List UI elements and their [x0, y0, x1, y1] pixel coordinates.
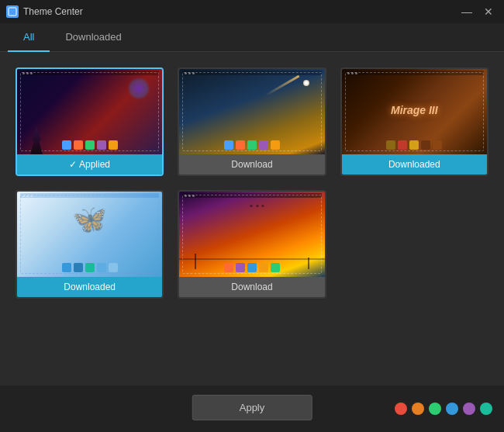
tab-bar: All Downloaded [0, 23, 504, 52]
close-button[interactable]: ✕ [479, 4, 498, 19]
theme-preview-2 [179, 69, 324, 154]
theme-preview-1 [17, 69, 162, 154]
color-dot-red[interactable] [395, 403, 407, 415]
color-dot-orange[interactable] [412, 403, 424, 415]
svg-rect-1 [9, 11, 16, 15]
title-bar-title: Theme Center [23, 6, 83, 17]
tab-all[interactable]: All [8, 23, 50, 52]
theme-card-1[interactable]: ✓ Applied [16, 67, 164, 176]
theme-card-5[interactable]: ✦ ✦ ✦ Download [178, 190, 326, 299]
tab-downloaded[interactable]: Downloaded [50, 23, 136, 52]
title-bar-controls: — ✕ [457, 4, 498, 19]
color-dot-blue[interactable] [446, 403, 458, 415]
theme-label-5: Download [179, 277, 324, 297]
theme-preview-4: 🦋 [17, 192, 162, 277]
minimize-button[interactable]: — [457, 4, 476, 19]
theme-preview-5: ✦ ✦ ✦ [179, 192, 324, 277]
theme-label-3: Downloaded [342, 154, 487, 175]
app-icon [6, 5, 19, 18]
title-bar: Theme Center — ✕ [0, 0, 504, 23]
color-dot-green[interactable] [429, 403, 441, 415]
color-dot-purple[interactable] [463, 403, 475, 415]
apply-button[interactable]: Apply [192, 395, 312, 420]
theme-label-2: Download [179, 154, 324, 175]
theme-label-4: Downloaded [17, 277, 162, 297]
theme-card-2[interactable]: Download [178, 67, 326, 176]
color-dot-teal[interactable] [480, 403, 492, 415]
theme-card-3[interactable]: Mirage III Downloaded [340, 67, 488, 176]
theme-card-4[interactable]: 🦋 Downloaded [16, 190, 164, 299]
theme-grid: ✓ Applied Download Mir [0, 52, 504, 314]
bottom-bar: Apply [0, 385, 504, 432]
theme-label-1: ✓ Applied [17, 154, 162, 175]
theme-preview-3: Mirage III [342, 69, 487, 154]
title-bar-left: Theme Center [6, 5, 83, 18]
